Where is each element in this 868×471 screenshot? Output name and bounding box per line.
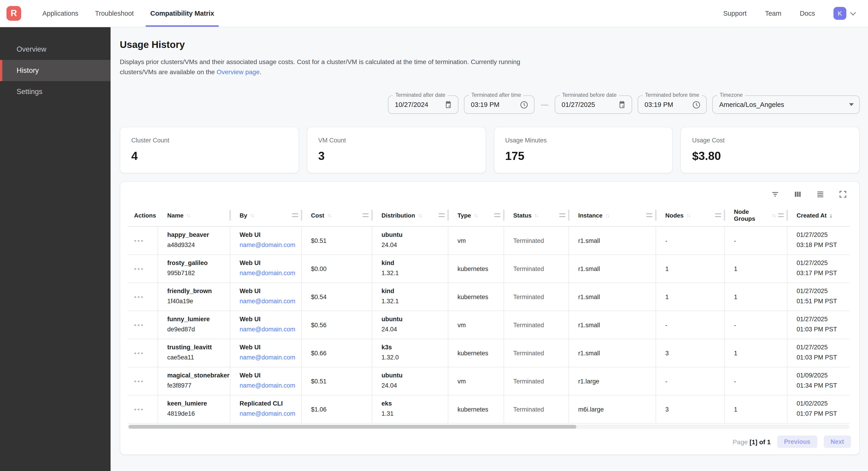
sort-icon[interactable]: ↑↓	[474, 212, 477, 218]
columns-icon[interactable]	[793, 190, 802, 199]
sort-icon[interactable]: ↑↓	[186, 212, 190, 218]
cell-actions: •••	[128, 227, 158, 255]
created-by-email-link[interactable]: name@domain.com	[240, 241, 298, 248]
previous-page-button[interactable]: Previous	[777, 436, 817, 448]
filter-icon[interactable]	[771, 190, 779, 199]
row-actions-menu-icon[interactable]: •••	[134, 378, 144, 385]
instance-value: r1.large	[578, 378, 599, 385]
cell-cost: $0.54	[302, 283, 372, 311]
column-header[interactable]: Instance ↑↓ ↓	[569, 204, 656, 226]
column-header[interactable]: Cost ↑↓ ↓	[302, 204, 372, 226]
cell-name: trusting_leavitt cae5ea11	[158, 339, 230, 367]
column-menu-icon[interactable]	[559, 213, 565, 217]
column-header[interactable]: Status ↑↓ ↓	[504, 204, 569, 226]
cell-name: happy_beaver a48d9324	[158, 227, 230, 255]
account-menu[interactable]: K	[833, 7, 855, 20]
sort-icon[interactable]: ↑↓	[418, 212, 422, 218]
created-by-email-link[interactable]: name@domain.com	[240, 382, 298, 389]
clock-icon[interactable]	[520, 100, 528, 109]
replicated-logo[interactable]: R	[6, 6, 21, 21]
calendar-icon[interactable]	[444, 100, 453, 109]
created-date: 01/02/2025	[797, 400, 846, 407]
row-actions-menu-icon[interactable]: •••	[134, 321, 144, 329]
cell-type: vm	[448, 227, 504, 255]
column-header[interactable]: Name ↑↓ ↓	[158, 204, 230, 226]
sort-icon[interactable]: ↑↓	[686, 212, 690, 218]
horizontal-scrollbar[interactable]	[128, 424, 849, 429]
tab-applications[interactable]: Applications	[34, 0, 87, 27]
column-menu-icon[interactable]	[439, 213, 444, 217]
tab-troubleshoot[interactable]: Troubleshoot	[87, 0, 142, 27]
nav-right: Support Team Docs K	[723, 7, 855, 20]
column-menu-icon[interactable]	[715, 213, 721, 217]
calendar-icon[interactable]	[618, 100, 626, 109]
terminated-after-date-field[interactable]: Terminated after date 10/27/2024	[388, 95, 458, 114]
terminated-before-date-field[interactable]: Terminated before date 01/27/2025	[555, 95, 632, 114]
terminated-before-time-field[interactable]: Terminated before time 03:19 PM	[638, 95, 707, 114]
sidebar-item-history[interactable]: History	[0, 60, 111, 81]
status-value: Terminated	[513, 293, 544, 300]
field-value: 03:19 PM	[471, 101, 499, 108]
cell-created-at: 01/27/2025 01:51 PM PST	[787, 283, 849, 311]
usage-table-card: Actions ↑↓ ↓ Name ↑↓ ↓	[120, 181, 860, 455]
sidebar-item-overview[interactable]: Overview	[0, 39, 111, 60]
cluster-name: funny_lumiere	[167, 316, 226, 323]
created-by-email-link[interactable]: name@domain.com	[240, 270, 298, 276]
sort-icon[interactable]: ↑↓	[250, 212, 254, 218]
sort-icon[interactable]: ↑↓	[606, 212, 609, 218]
column-header[interactable]: Node Groups ↑↓ ↓	[725, 204, 787, 226]
cell-actions: •••	[128, 311, 158, 339]
column-menu-icon[interactable]	[494, 213, 500, 217]
distribution-name: ubuntu	[381, 372, 444, 379]
column-menu-icon[interactable]	[292, 213, 298, 217]
timezone-select[interactable]: Timezone America/Los_Angeles	[712, 95, 860, 114]
column-menu-icon[interactable]	[363, 213, 369, 217]
sort-icon[interactable]: ↑↓	[327, 212, 331, 218]
clock-icon[interactable]	[692, 100, 701, 109]
cluster-id: 4819de16	[167, 410, 226, 417]
nodes-value: -	[665, 378, 668, 385]
table-row: ••• keen_lumiere 4819de16 Replicated CLI…	[128, 395, 849, 423]
created-by-email-link[interactable]: name@domain.com	[240, 354, 298, 361]
column-header[interactable]: Actions ↑↓ ↓	[128, 204, 158, 226]
row-actions-menu-icon[interactable]: •••	[134, 265, 144, 272]
field-label: Terminated after time	[469, 92, 523, 98]
sidebar-item-settings[interactable]: Settings	[0, 81, 111, 102]
table-row: ••• trusting_leavitt cae5ea11 Web UI nam…	[128, 339, 849, 367]
avatar[interactable]: K	[833, 7, 846, 20]
column-header[interactable]: Created At ↑↓ ↓	[787, 204, 849, 226]
terminated-after-time-field[interactable]: Terminated after time 03:19 PM	[464, 95, 534, 114]
tab-compatibility-matrix[interactable]: Compatibility Matrix	[142, 0, 222, 27]
status-value: Terminated	[513, 378, 544, 385]
cell-type: vm	[448, 311, 504, 339]
dropdown-arrow-icon[interactable]	[849, 103, 854, 106]
distribution-name: kind	[381, 260, 444, 266]
instance-value: r1.small	[578, 293, 600, 300]
column-header[interactable]: Type ↑↓ ↓	[448, 204, 504, 226]
density-icon[interactable]	[816, 190, 825, 199]
distribution-version: 24.04	[381, 382, 444, 389]
created-by-email-link[interactable]: name@domain.com	[240, 326, 298, 333]
fullscreen-icon[interactable]	[838, 190, 847, 199]
column-menu-icon[interactable]	[778, 213, 784, 217]
nav-link-team[interactable]: Team	[765, 10, 781, 17]
nav-link-support[interactable]: Support	[723, 10, 747, 17]
row-actions-menu-icon[interactable]: •••	[134, 406, 144, 413]
column-header[interactable]: Nodes ↑↓ ↓	[656, 204, 725, 226]
row-actions-menu-icon[interactable]: •••	[134, 349, 144, 357]
sort-icon[interactable]: ↑↓	[772, 212, 775, 218]
created-by-source: Web UI	[240, 344, 298, 351]
nav-link-docs[interactable]: Docs	[800, 10, 815, 17]
overview-page-link[interactable]: Overview page	[217, 68, 259, 76]
created-by-email-link[interactable]: name@domain.com	[240, 298, 298, 305]
row-actions-menu-icon[interactable]: •••	[134, 237, 144, 244]
column-header[interactable]: Distribution ↑↓ ↓	[372, 204, 448, 226]
scrollbar-thumb[interactable]	[128, 425, 576, 429]
column-menu-icon[interactable]	[646, 213, 652, 217]
created-by-email-link[interactable]: name@domain.com	[240, 410, 298, 417]
column-header[interactable]: By ↑↓ ↓	[230, 204, 302, 226]
row-actions-menu-icon[interactable]: •••	[134, 293, 144, 300]
sort-desc-icon[interactable]: ↓	[830, 211, 833, 219]
next-page-button[interactable]: Next	[824, 436, 851, 448]
sort-icon[interactable]: ↑↓	[534, 212, 538, 218]
